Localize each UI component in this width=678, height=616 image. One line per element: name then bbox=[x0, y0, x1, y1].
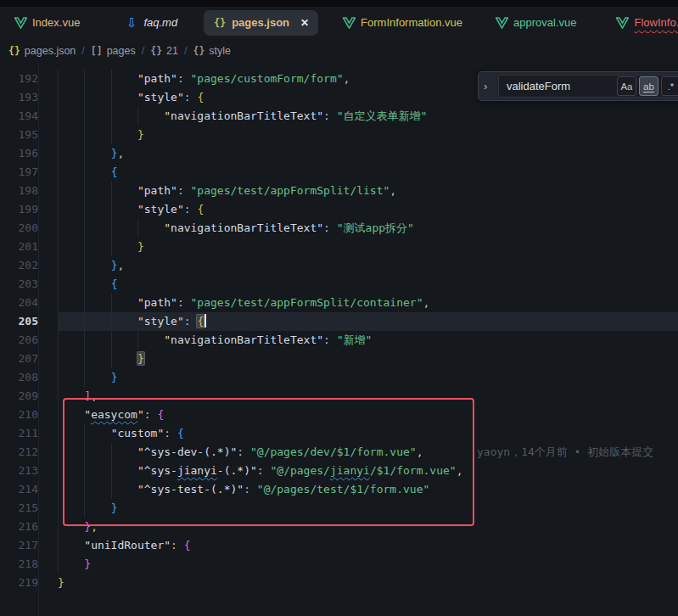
indent-guide bbox=[58, 126, 59, 144]
code-line[interactable]: 217 "uniIdRouter": { bbox=[0, 536, 678, 555]
token: , bbox=[117, 147, 124, 160]
token: /$1/form.vue" bbox=[370, 464, 457, 477]
indent-guide bbox=[58, 70, 59, 88]
tab-label: FlowInfo.vu bbox=[635, 16, 678, 29]
breadcrumb-item-21[interactable]: {}21 bbox=[150, 45, 178, 57]
code-line[interactable]: 210 "easycom": { bbox=[0, 406, 678, 424]
line-number: 197 bbox=[0, 163, 38, 182]
line-number: 214 bbox=[0, 480, 38, 499]
tab-pages-json[interactable]: {}pages.json✕ bbox=[204, 10, 318, 36]
tab-approval-vue[interactable]: approval.vue bbox=[491, 10, 580, 36]
token: { bbox=[197, 315, 204, 328]
indent-guide bbox=[84, 499, 85, 518]
token: "path" bbox=[137, 296, 177, 309]
code-line[interactable]: 196 }, bbox=[0, 144, 678, 163]
token bbox=[58, 539, 84, 552]
token: ] bbox=[84, 389, 91, 402]
line-gutter: 193 bbox=[0, 88, 58, 107]
token: } bbox=[111, 501, 118, 514]
code-line[interactable]: 202 }, bbox=[0, 256, 678, 275]
token: } bbox=[84, 557, 91, 570]
code-line[interactable]: 208 } bbox=[0, 368, 678, 387]
code-line[interactable]: 203 { bbox=[0, 275, 678, 294]
code-text: "easycom": { bbox=[58, 406, 678, 424]
token: "@/pages/dev/$1/form.vue" bbox=[250, 445, 417, 458]
code-line[interactable]: 218 } bbox=[0, 555, 678, 574]
find-input[interactable]: validateForm Aa ab .* bbox=[498, 75, 678, 98]
indent-guide bbox=[58, 424, 59, 443]
indent-guide bbox=[84, 107, 85, 126]
line-number: 205 bbox=[0, 312, 38, 331]
breadcrumb-separator: / bbox=[184, 45, 187, 57]
code-text: }, bbox=[58, 518, 678, 536]
git-blame-annotation: yaoyn，14个月前 • 初始版本提交 bbox=[477, 443, 653, 462]
line-number: 199 bbox=[0, 200, 38, 219]
token: : bbox=[184, 203, 198, 216]
indent-guide bbox=[58, 275, 59, 294]
code-editor[interactable]: 192 "path": "pages/customForm/form",193 … bbox=[0, 64, 678, 616]
token: : bbox=[171, 539, 184, 552]
token bbox=[58, 445, 137, 458]
code-line[interactable]: 198 "path": "pages/test/appFormSplit/lis… bbox=[0, 182, 678, 200]
tab-flowinfo-vu[interactable]: FlowInfo.vu bbox=[613, 10, 678, 36]
code-line[interactable]: 205 "style": { bbox=[0, 312, 678, 331]
breadcrumb-item-pages[interactable]: []pages bbox=[91, 45, 136, 57]
token: easycom bbox=[91, 408, 137, 421]
code-line[interactable]: 214 "^sys-test-(.*)": "@/pages/test/$1/f… bbox=[0, 480, 678, 499]
find-expand-chevron[interactable]: › bbox=[484, 80, 495, 92]
indent-guide bbox=[58, 88, 59, 107]
line-number: 216 bbox=[0, 518, 38, 536]
code-line[interactable]: 207 } bbox=[0, 350, 678, 368]
line-number: 202 bbox=[0, 256, 38, 275]
tab-forminformation-vue[interactable]: FormInformation.vue bbox=[339, 10, 466, 36]
tab-faq-md[interactable]: ⇩faq.md bbox=[121, 10, 181, 36]
token: : bbox=[184, 91, 198, 104]
tab-close-icon[interactable]: ✕ bbox=[300, 17, 309, 29]
line-number: 203 bbox=[0, 275, 38, 294]
code-text: } bbox=[58, 499, 678, 518]
tab-index-vue[interactable]: Index.vue bbox=[10, 10, 83, 36]
breadcrumb-separator: / bbox=[142, 45, 144, 57]
token: { bbox=[111, 277, 118, 290]
code-line[interactable]: 216 }, bbox=[0, 518, 678, 536]
breadcrumb-item-pages-json[interactable]: {}pages.json bbox=[8, 45, 76, 57]
code-line[interactable]: 204 "path": "pages/test/appFormSplit/con… bbox=[0, 294, 678, 312]
code-line[interactable]: 213 "^sys-jianyi-(.*)": "@/pages/jianyi/… bbox=[0, 462, 678, 480]
code-line[interactable]: 199 "style": { bbox=[0, 200, 678, 219]
code-line[interactable]: 200 "navigationBarTitleText": "测试app拆分" bbox=[0, 219, 678, 238]
find-query-text[interactable]: validateForm bbox=[507, 80, 614, 92]
line-gutter: 210 bbox=[0, 406, 58, 424]
token: "navigationBarTitleText" bbox=[164, 221, 323, 234]
match-case-button[interactable]: Aa bbox=[617, 76, 636, 96]
indent-guide bbox=[58, 480, 59, 499]
token bbox=[58, 72, 137, 85]
code-text: "custom": { bbox=[58, 424, 678, 443]
code-line[interactable]: 215 } bbox=[0, 499, 678, 518]
token: : bbox=[177, 296, 191, 309]
code-text: } bbox=[58, 238, 678, 256]
code-line[interactable]: 219} bbox=[0, 574, 678, 592]
token: "style" bbox=[137, 203, 184, 216]
line-gutter: 218 bbox=[0, 555, 58, 574]
line-number: 207 bbox=[0, 350, 38, 368]
whole-word-button[interactable]: ab bbox=[639, 76, 658, 96]
token: : bbox=[184, 315, 198, 328]
line-gutter: 214 bbox=[0, 480, 58, 499]
code-line[interactable]: 211 "custom": { bbox=[0, 424, 678, 443]
code-line[interactable]: 209 ], bbox=[0, 387, 678, 406]
regex-button[interactable]: .* bbox=[661, 76, 678, 96]
code-line[interactable]: 206 "navigationBarTitleText": "新增" bbox=[0, 331, 678, 350]
line-number: 204 bbox=[0, 294, 38, 312]
code-line[interactable]: 194 "navigationBarTitleText": "自定义表单新增" bbox=[0, 107, 678, 126]
line-number: 198 bbox=[0, 182, 38, 200]
indent-guide bbox=[58, 219, 59, 238]
code-line[interactable]: 197 { bbox=[0, 163, 678, 182]
line-number: 215 bbox=[0, 499, 38, 518]
token: , bbox=[389, 184, 396, 197]
code-text: }, bbox=[58, 144, 678, 163]
line-gutter: 201 bbox=[0, 238, 58, 256]
code-line[interactable]: 195 } bbox=[0, 126, 678, 144]
indent-guide bbox=[111, 107, 112, 126]
breadcrumb-item-style[interactable]: {}style bbox=[193, 45, 231, 57]
code-line[interactable]: 201 } bbox=[0, 238, 678, 256]
